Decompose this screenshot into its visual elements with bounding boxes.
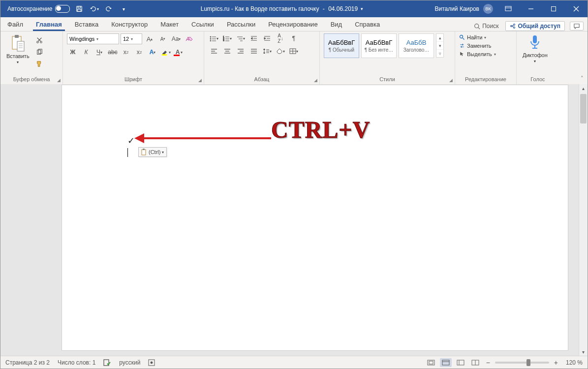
maximize-button[interactable] xyxy=(542,0,565,17)
style-heading1[interactable]: АаБбВ Заголово… xyxy=(399,33,434,58)
tab-mailings[interactable]: Рассылки xyxy=(224,19,258,31)
styles-scroll-up[interactable]: ▴ xyxy=(436,34,443,42)
qat-customize-button[interactable]: ▾ xyxy=(118,3,129,14)
vertical-scrollbar[interactable]: ▴ ▾ xyxy=(579,84,588,356)
search-box[interactable]: Поиск xyxy=(472,22,500,31)
paragraph-dialog-launcher[interactable]: ◢ xyxy=(314,78,317,83)
dictate-button[interactable]: Диктофон ▾ xyxy=(521,33,550,64)
group-paragraph-label: Абзац xyxy=(208,75,315,84)
decrease-indent-button[interactable] xyxy=(248,33,260,43)
change-case-button[interactable]: Aa▾ xyxy=(170,34,182,44)
zoom-slider[interactable] xyxy=(495,362,549,364)
share-label: Общий доступ xyxy=(518,23,560,30)
numbering-button[interactable]: 123▾ xyxy=(221,33,233,43)
svg-rect-2 xyxy=(78,9,81,11)
sort-button[interactable]: AZ↓ xyxy=(275,33,286,43)
style-normal[interactable]: АаБбВвГ ¶ Обычный xyxy=(324,33,359,58)
zoom-in-button[interactable]: + xyxy=(552,359,560,367)
ribbon-display-button[interactable] xyxy=(497,0,520,17)
tab-help[interactable]: Справка xyxy=(352,19,383,31)
clipboard-dialog-launcher[interactable]: ◢ xyxy=(57,78,61,83)
read-mode-button[interactable] xyxy=(469,358,481,367)
superscript-button[interactable]: x2 xyxy=(133,47,145,57)
share-button[interactable]: Общий доступ xyxy=(505,21,565,31)
paste-button[interactable]: Вставить ▾ xyxy=(4,33,31,65)
subscript-button[interactable]: x2 xyxy=(120,47,132,57)
tab-layout[interactable]: Макет xyxy=(157,19,182,31)
collapse-ribbon-button[interactable]: ˄ xyxy=(581,75,584,82)
redo-button[interactable] xyxy=(103,3,114,14)
tab-insert[interactable]: Вставка xyxy=(72,19,101,31)
focus-view-button[interactable] xyxy=(425,358,437,367)
window-title: Lumpics.ru - Как в Ворде поставить галоч… xyxy=(129,5,434,12)
comments-button[interactable] xyxy=(570,22,584,31)
copy-button[interactable] xyxy=(33,47,45,57)
zoom-level[interactable]: 120 % xyxy=(563,359,583,366)
styles-scroll-down[interactable]: ▾ xyxy=(436,42,443,50)
shading-button[interactable]: ▾ xyxy=(275,46,286,56)
tab-review[interactable]: Рецензирование xyxy=(265,19,320,31)
save-button[interactable] xyxy=(74,3,85,14)
font-size-combo[interactable]: 12▾ xyxy=(121,33,142,44)
word-count[interactable]: Число слов: 1 xyxy=(58,359,95,366)
show-marks-button[interactable]: ¶ xyxy=(288,33,300,43)
font-name-combo[interactable]: Wingdings▾ xyxy=(67,33,119,44)
undo-button[interactable]: ▾ xyxy=(89,3,99,14)
cut-button[interactable] xyxy=(33,35,45,45)
align-center-button[interactable] xyxy=(221,46,233,56)
language-indicator[interactable]: русский xyxy=(119,359,140,366)
svg-line-9 xyxy=(478,27,480,29)
web-layout-button[interactable] xyxy=(455,358,466,367)
clear-format-button[interactable]: A xyxy=(184,34,195,44)
paste-options-popup[interactable]: (Ctrl) ▾ xyxy=(138,147,167,157)
shrink-font-button[interactable]: A▾ xyxy=(157,34,169,44)
tab-home[interactable]: Главная xyxy=(33,19,65,31)
align-right-button[interactable] xyxy=(235,46,247,56)
page-indicator[interactable]: Страница 2 из 2 xyxy=(5,359,50,366)
style-no-spacing[interactable]: АаБбВвГ ¶ Без инте… xyxy=(361,33,397,58)
tab-design[interactable]: Конструктор xyxy=(108,19,151,31)
document-page[interactable]: ✓ (Ctrl) ▾ CTRL+V xyxy=(62,85,568,350)
select-button[interactable]: Выделить▾ xyxy=(459,51,496,57)
multilevel-button[interactable]: ▾ xyxy=(235,33,247,43)
print-layout-button[interactable] xyxy=(440,358,452,367)
scroll-down-button[interactable]: ▾ xyxy=(579,348,588,356)
macro-icon[interactable] xyxy=(148,359,155,366)
scroll-up-button[interactable]: ▴ xyxy=(579,84,588,92)
format-painter-button[interactable] xyxy=(33,59,45,69)
font-dialog-launcher[interactable]: ◢ xyxy=(198,78,202,83)
tab-file[interactable]: Файл xyxy=(4,19,26,31)
user-avatar[interactable]: ВК xyxy=(483,4,493,14)
font-size-value: 12 xyxy=(123,36,129,42)
zoom-slider-thumb[interactable] xyxy=(526,359,530,366)
tab-references[interactable]: Ссылки xyxy=(188,19,217,31)
scroll-thumb[interactable] xyxy=(580,94,587,123)
align-left-button[interactable] xyxy=(208,46,220,56)
italic-button[interactable]: К xyxy=(80,47,92,57)
bold-button[interactable]: Ж xyxy=(67,47,79,57)
minimize-button[interactable] xyxy=(520,0,542,17)
spellcheck-icon[interactable] xyxy=(103,359,111,366)
user-name[interactable]: Виталий Каиров xyxy=(434,5,479,12)
bullets-button[interactable]: ▾ xyxy=(208,33,220,43)
styles-dialog-launcher[interactable]: ◢ xyxy=(449,78,453,83)
underline-button[interactable]: Ч▾ xyxy=(93,47,105,57)
find-button[interactable]: Найти▾ xyxy=(459,34,486,40)
strike-button[interactable]: abc xyxy=(107,47,119,57)
svg-rect-15 xyxy=(17,41,24,51)
line-spacing-button[interactable]: ▾ xyxy=(261,46,273,56)
zoom-out-button[interactable]: − xyxy=(484,359,492,367)
highlight-button[interactable]: ▾ xyxy=(160,47,172,57)
ribbon: Вставить ▾ Буфер обмена ◢ Wingdings▾ 12▾… xyxy=(0,31,588,85)
borders-button[interactable]: ▾ xyxy=(288,46,300,56)
styles-expand[interactable]: ▿ xyxy=(436,50,443,57)
increase-indent-button[interactable] xyxy=(261,33,273,43)
replace-button[interactable]: Заменить xyxy=(459,43,491,49)
justify-button[interactable] xyxy=(248,46,260,56)
font-color-button[interactable]: A▾ xyxy=(173,47,185,57)
tab-view[interactable]: Вид xyxy=(328,19,345,31)
autosave-toggle[interactable]: Автосохранение xyxy=(7,5,70,13)
close-button[interactable] xyxy=(565,0,588,17)
text-effects-button[interactable]: A▾ xyxy=(147,47,158,57)
grow-font-button[interactable]: A▴ xyxy=(144,34,155,44)
